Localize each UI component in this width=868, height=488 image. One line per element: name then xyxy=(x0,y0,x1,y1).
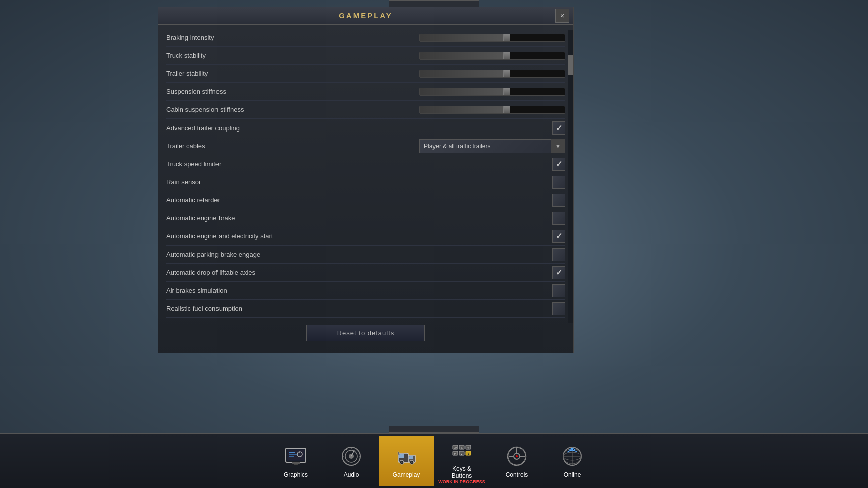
svg-text:W: W xyxy=(454,447,457,450)
svg-text:S: S xyxy=(467,447,469,450)
truck-stability-label: Truck stability xyxy=(166,52,419,59)
cabin-suspension-control[interactable] xyxy=(419,106,565,114)
svg-rect-22 xyxy=(409,456,413,459)
close-button[interactable]: × xyxy=(555,9,569,23)
cabin-suspension-slider[interactable] xyxy=(419,106,565,114)
svg-rect-21 xyxy=(399,454,404,458)
audio-label: Audio xyxy=(344,471,359,478)
auto-parking-brake-label: Automatic parking brake engage xyxy=(166,251,552,258)
truck-stability-control[interactable] xyxy=(419,52,565,60)
auto-engine-electricity-checkbox[interactable] xyxy=(552,230,565,243)
braking-intensity-slider[interactable] xyxy=(419,34,565,42)
svg-text:A: A xyxy=(461,447,463,450)
advanced-trailer-coupling-checkbox[interactable] xyxy=(552,121,565,135)
modal-footer: Reset to defaults xyxy=(158,318,573,348)
advanced-trailer-coupling-row: Advanced trailer coupling xyxy=(166,119,565,137)
top-connector xyxy=(389,0,479,7)
bottom-connector xyxy=(389,426,479,433)
modal-scrollbar[interactable] xyxy=(568,30,573,323)
air-brakes-simulation-control[interactable] xyxy=(552,284,565,297)
trailer-stability-slider[interactable] xyxy=(419,70,565,78)
auto-drop-liftable-axles-checkbox[interactable] xyxy=(552,266,565,279)
auto-engine-electricity-label: Automatic engine and electricity start xyxy=(166,232,552,240)
svg-line-15 xyxy=(355,449,356,450)
controls-icon xyxy=(504,443,530,469)
automatic-retarder-control[interactable] xyxy=(552,194,565,207)
auto-engine-electricity-row: Automatic engine and electricity start xyxy=(166,227,565,246)
svg-text:D: D xyxy=(454,453,457,456)
reset-defaults-button[interactable]: Reset to defaults xyxy=(306,325,425,341)
auto-drop-liftable-axles-row: Automatic drop of liftable axles xyxy=(166,264,565,282)
rain-sensor-row: Rain sensor xyxy=(166,173,565,191)
gameplay-icon xyxy=(393,443,419,469)
svg-rect-2 xyxy=(288,450,304,460)
rain-sensor-control[interactable] xyxy=(552,176,565,189)
svg-text:✦: ✦ xyxy=(467,453,470,456)
braking-intensity-control[interactable] xyxy=(419,34,565,42)
online-label: Online xyxy=(564,471,581,478)
keys-buttons-sublabel: WORK IN PROGRESS xyxy=(438,479,485,484)
automatic-engine-brake-control[interactable] xyxy=(552,212,565,225)
scrollbar-thumb[interactable] xyxy=(568,55,573,75)
svg-line-16 xyxy=(346,449,347,450)
online-icon xyxy=(559,443,585,469)
automatic-retarder-label: Automatic retarder xyxy=(166,196,552,204)
svg-rect-27 xyxy=(398,452,399,455)
svg-rect-8 xyxy=(292,462,300,464)
realistic-fuel-consumption-control[interactable] xyxy=(552,302,565,315)
trailer-cables-control[interactable]: Player & all traffic trailers ▼ xyxy=(419,139,565,153)
truck-speed-limiter-checkbox[interactable] xyxy=(552,158,565,171)
auto-parking-brake-row: Automatic parking brake engage xyxy=(166,246,565,264)
trailer-cables-value: Player & all traffic trailers xyxy=(424,143,551,150)
nav-item-audio[interactable]: Audio xyxy=(323,436,379,486)
trailer-stability-label: Trailer stability xyxy=(166,70,419,77)
controls-label: Controls xyxy=(506,471,528,478)
automatic-engine-brake-label: Automatic engine brake xyxy=(166,214,552,222)
trailer-cables-dropdown[interactable]: Player & all traffic trailers ▼ xyxy=(419,139,565,153)
air-brakes-simulation-checkbox[interactable] xyxy=(552,284,565,297)
suspension-stiffness-label: Suspension stiffness xyxy=(166,88,419,95)
air-brakes-simulation-label: Air brakes simulation xyxy=(166,287,552,294)
auto-parking-brake-control[interactable] xyxy=(552,248,565,261)
trailer-cables-label: Trailer cables xyxy=(166,142,419,150)
graphics-label: Graphics xyxy=(284,471,308,478)
modal-title: GAMEPLAY xyxy=(339,11,393,20)
graphics-icon xyxy=(283,443,309,469)
nav-item-gameplay[interactable]: Gameplay xyxy=(379,436,434,486)
trailer-stability-row: Trailer stability xyxy=(166,65,565,83)
auto-drop-liftable-axles-control[interactable] xyxy=(552,266,565,279)
automatic-engine-brake-checkbox[interactable] xyxy=(552,212,565,225)
truck-stability-row: Truck stability xyxy=(166,47,565,65)
gameplay-label: Gameplay xyxy=(393,471,420,478)
suspension-stiffness-row: Suspension stiffness xyxy=(166,83,565,101)
nav-item-controls[interactable]: Controls xyxy=(489,436,545,486)
realistic-fuel-consumption-checkbox[interactable] xyxy=(552,302,565,315)
auto-parking-brake-checkbox[interactable] xyxy=(552,248,565,261)
svg-point-42 xyxy=(516,455,518,457)
advanced-trailer-coupling-label: Advanced trailer coupling xyxy=(166,124,552,132)
cabin-suspension-label: Cabin suspension stiffness xyxy=(166,106,419,113)
nav-bar: Graphics Audio xyxy=(0,433,868,488)
automatic-retarder-row: Automatic retarder xyxy=(166,191,565,209)
nav-item-keys-buttons[interactable]: W A S D ▲ ✦ Keys &Buttons WORK IN PROGRE… xyxy=(434,436,489,486)
keys-buttons-label: Keys &Buttons xyxy=(452,465,472,479)
advanced-trailer-coupling-control[interactable] xyxy=(552,121,565,135)
nav-item-graphics[interactable]: Graphics xyxy=(268,436,323,486)
modal-dialog: GAMEPLAY × Braking intensity Truck stabi… xyxy=(158,7,574,353)
automatic-retarder-checkbox[interactable] xyxy=(552,194,565,207)
suspension-stiffness-slider[interactable] xyxy=(419,88,565,96)
trailer-stability-control[interactable] xyxy=(419,70,565,78)
rain-sensor-checkbox[interactable] xyxy=(552,176,565,189)
auto-engine-electricity-control[interactable] xyxy=(552,230,565,243)
air-brakes-simulation-row: Air brakes simulation xyxy=(166,282,565,300)
truck-speed-limiter-control[interactable] xyxy=(552,158,565,171)
keys-buttons-icon: W A S D ▲ ✦ xyxy=(449,437,475,463)
svg-point-25 xyxy=(401,462,403,463)
suspension-stiffness-control[interactable] xyxy=(419,88,565,96)
braking-intensity-row: Braking intensity xyxy=(166,29,565,47)
nav-item-online[interactable]: Online xyxy=(545,436,600,486)
truck-stability-slider[interactable] xyxy=(419,52,565,60)
trailer-cables-arrow: ▼ xyxy=(551,139,565,153)
settings-content[interactable]: Braking intensity Truck stability Traile… xyxy=(158,25,573,318)
rain-sensor-label: Rain sensor xyxy=(166,178,552,186)
